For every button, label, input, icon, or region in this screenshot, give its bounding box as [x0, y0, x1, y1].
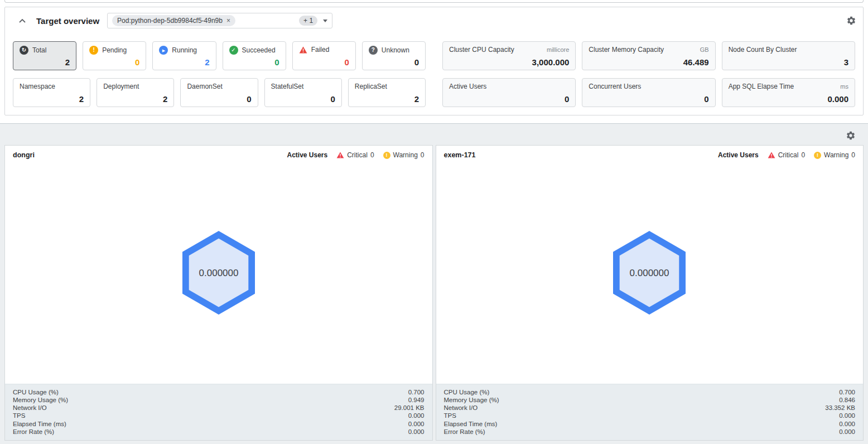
- section-toolbar: [4, 126, 864, 145]
- tile-deployment[interactable]: Deployment 2: [97, 78, 174, 107]
- tile-label: DaemonSet: [187, 83, 222, 90]
- card-stats: CPU Usage (%)0.700 Memory Usage (%)0.846…: [436, 384, 864, 440]
- stat-label: CPU Usage (%): [13, 388, 59, 396]
- warning-icon: !: [814, 152, 821, 159]
- critical-label: Critical: [347, 151, 368, 159]
- stat-value: 0.000: [839, 412, 855, 419]
- stat-label: CPU Usage (%): [444, 388, 490, 396]
- stat-row: CPU Usage (%)0.700: [13, 388, 425, 396]
- tile-label: Deployment: [103, 83, 139, 90]
- critical-icon: [336, 152, 344, 158]
- critical-icon: [768, 152, 775, 158]
- warning-label: Warning: [824, 151, 848, 159]
- stat-value: 0.846: [839, 396, 855, 404]
- chip-close-icon[interactable]: ×: [226, 17, 230, 25]
- critical-alarm: Critical 0: [768, 151, 805, 159]
- card-header-right: Active Users Critical 0 ! Warning 0: [718, 151, 855, 159]
- card-body: 0.000000: [5, 162, 432, 384]
- cluster-card-dongri[interactable]: dongri Active Users Critical 0 ! Warning…: [4, 145, 433, 441]
- tile-succeeded[interactable]: ✓Succeeded 0: [223, 41, 286, 70]
- tile-failed[interactable]: Failed 0: [292, 41, 356, 70]
- panel-title: Target overview: [36, 16, 99, 26]
- stat-row: Memory Usage (%)0.846: [444, 396, 856, 404]
- stat-row: Elapsed Time (ms)0.000: [444, 420, 856, 428]
- warning-label: Warning: [393, 151, 418, 159]
- stat-value: 29.001 KB: [394, 404, 425, 412]
- metric-tile-row: Cluster CPU Capacitymillicore 3,000.000 …: [442, 41, 855, 70]
- cluster-cards: dongri Active Users Critical 0 ! Warning…: [4, 145, 864, 441]
- stat-label: TPS: [13, 412, 25, 419]
- stat-value: 0.000: [408, 420, 425, 428]
- succeeded-icon: ✓: [229, 46, 238, 55]
- collapse-button[interactable]: [15, 13, 30, 28]
- tile-value: 0: [704, 95, 708, 103]
- stat-row: Error Rate (%)0.000: [13, 428, 425, 436]
- tile-label: Active Users: [449, 83, 486, 90]
- target-overview-panel: Target overview Pod:python-dep-5db9984cf…: [4, 7, 864, 115]
- pending-icon: !: [89, 46, 98, 55]
- card-header: exem-171 Active Users Critical 0 ! Warni…: [436, 146, 864, 162]
- tile-value: 2: [163, 95, 167, 103]
- tile-unknown[interactable]: ?Unknown 0: [362, 41, 426, 70]
- tile-value: 0: [274, 58, 279, 66]
- tile-label: Pending: [102, 46, 127, 54]
- tile-value: 3,000.000: [532, 58, 570, 66]
- tiles-area: ↻Total 2 !Pending 0 ▶Running 2 ✓Succeede…: [12, 29, 856, 107]
- cluster-name: exem-171: [444, 151, 476, 159]
- tile-unit: ms: [840, 83, 848, 90]
- more-count-badge[interactable]: + 1: [299, 16, 317, 26]
- chevron-down-icon[interactable]: [323, 20, 327, 22]
- stat-row: Elapsed Time (ms)0.000: [13, 420, 425, 428]
- stat-row: Error Rate (%)0.000: [444, 428, 856, 436]
- warning-alarm: ! Warning 0: [383, 151, 425, 159]
- tile-total[interactable]: ↻Total 2: [13, 41, 76, 70]
- tile-app-sql-elapse-time[interactable]: App SQL Elapse Timems 0.000: [722, 78, 855, 107]
- tile-replicaset[interactable]: ReplicaSet 2: [348, 78, 426, 107]
- target-filter-select[interactable]: Pod:python-dep-5db9984cf5-49n9b × + 1: [107, 13, 332, 28]
- dashboard-page: Target overview Pod:python-dep-5db9984cf…: [0, 0, 868, 444]
- gear-icon: [846, 16, 856, 26]
- gear-icon: [846, 131, 856, 141]
- stat-row: TPS0.000: [444, 412, 856, 419]
- stat-label: Network I/O: [13, 404, 47, 412]
- tile-unit: GB: [700, 46, 709, 53]
- tile-label: Cluster CPU Capacity: [449, 46, 514, 54]
- tile-value: 0: [414, 58, 419, 66]
- tile-label: Unknown: [382, 46, 409, 54]
- total-icon: ↻: [20, 46, 28, 55]
- stat-row: CPU Usage (%)0.700: [444, 388, 856, 396]
- filter-chip[interactable]: Pod:python-dep-5db9984cf5-49n9b ×: [112, 15, 235, 26]
- tile-unit: millicore: [547, 46, 569, 53]
- tile-concurrent-users[interactable]: Concurrent Users 0: [582, 78, 715, 107]
- stat-label: Memory Usage (%): [444, 396, 499, 404]
- status-tile-row: ↻Total 2 !Pending 0 ▶Running 2 ✓Succeede…: [13, 41, 426, 70]
- tile-value: 2: [65, 58, 70, 66]
- tile-label: App SQL Elapse Time: [729, 83, 794, 90]
- section-settings-button[interactable]: [846, 131, 856, 141]
- tile-pending[interactable]: !Pending 0: [83, 41, 146, 70]
- card-stats: CPU Usage (%)0.700 Memory Usage (%)0.949…: [5, 384, 432, 440]
- tile-cluster-cpu-capacity[interactable]: Cluster CPU Capacitymillicore 3,000.000: [442, 41, 576, 70]
- tile-label: Concurrent Users: [589, 83, 641, 90]
- tile-active-users[interactable]: Active Users 0: [442, 78, 576, 107]
- stat-value: 0.000: [839, 420, 855, 428]
- cluster-name: dongri: [13, 151, 35, 159]
- stat-value: 0.700: [408, 388, 425, 396]
- stat-value: 0.949: [408, 396, 425, 404]
- tile-node-count[interactable]: Node Count By Cluster 3: [722, 41, 855, 70]
- tile-running[interactable]: ▶Running 2: [152, 41, 216, 70]
- stat-row: Network I/O29.001 KB: [13, 404, 425, 412]
- tile-namespace[interactable]: Namespace 2: [13, 78, 90, 107]
- panel-settings-button[interactable]: [846, 16, 856, 26]
- stat-value: 0.000: [408, 412, 425, 419]
- tile-label: Cluster Memory Capacity: [589, 46, 664, 54]
- tile-label: StatefulSet: [271, 83, 304, 90]
- tile-daemonset[interactable]: DaemonSet 0: [180, 78, 258, 107]
- cluster-card-exem-171[interactable]: exem-171 Active Users Critical 0 ! Warni…: [436, 145, 864, 441]
- tile-label: ReplicaSet: [355, 83, 387, 90]
- tile-label: Node Count By Cluster: [729, 46, 797, 54]
- tile-statefulset[interactable]: StatefulSet 0: [264, 78, 342, 107]
- tile-label: Namespace: [20, 83, 55, 90]
- tile-cluster-memory-capacity[interactable]: Cluster Memory CapacityGB 46.489: [582, 41, 715, 70]
- warning-alarm: ! Warning 0: [814, 151, 855, 159]
